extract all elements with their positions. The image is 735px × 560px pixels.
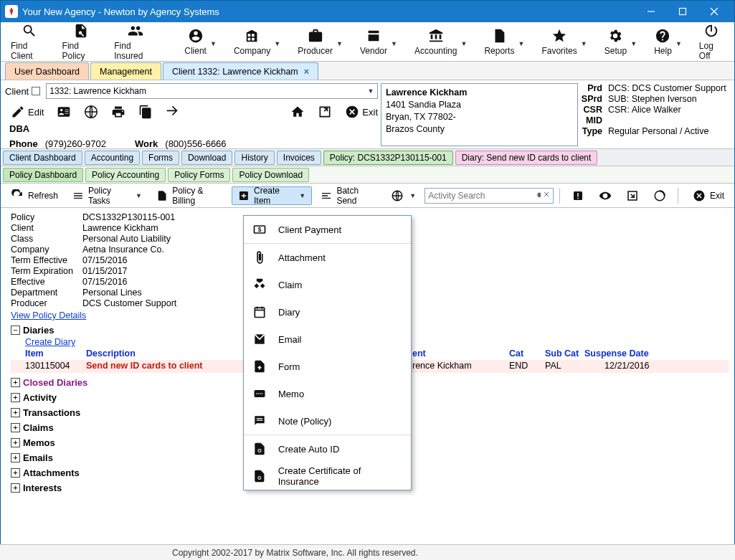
search-icon	[22, 22, 37, 39]
window-title: Your New Agency - Newton by Agency Syste…	[22, 6, 219, 17]
svg-point-24	[260, 393, 261, 394]
polsubtab-accounting[interactable]: Policy Accounting	[85, 168, 166, 182]
refresh-button[interactable]: Refresh	[5, 186, 64, 205]
tab-management[interactable]: Management	[90, 62, 161, 80]
report-icon	[491, 27, 507, 44]
open-new-button[interactable]	[318, 105, 332, 119]
maximize-button[interactable]	[667, 1, 698, 22]
policy-field-grid: PolicyDCS1332P130115-001 ClientLawrence …	[11, 212, 255, 308]
menu-claim[interactable]: Claim	[244, 271, 411, 298]
forward-button[interactable]	[166, 105, 180, 119]
find-insured-button[interactable]: Find Insured	[107, 22, 164, 61]
vendor-menu-button[interactable]: Vendor▼	[353, 22, 394, 61]
collapse-icon[interactable]: −	[11, 326, 20, 335]
view-policy-link[interactable]: View Policy Details	[11, 310, 86, 321]
bank-icon	[428, 27, 444, 44]
menu-memo[interactable]: Memo	[244, 380, 411, 407]
accounting-menu-button[interactable]: Accounting▼	[407, 22, 464, 61]
favorites-menu-button[interactable]: Favorites▼	[534, 22, 584, 61]
footer: Copyright 2002-2017 by Matrix Software, …	[0, 544, 735, 560]
subtab-client-dashboard[interactable]: Client Dashboard	[3, 151, 82, 165]
create-item-button[interactable]: Create Item▼	[232, 186, 312, 205]
clear-icon[interactable]	[542, 190, 551, 199]
menu-diary[interactable]: Diary	[244, 298, 411, 326]
client-subtabs: Client Dashboard Accounting Forms Downlo…	[1, 149, 734, 166]
right-info-grid: PrdDCS: DCS Customer Support SPrdSUB: St…	[578, 83, 731, 136]
minimize-button[interactable]	[635, 1, 667, 22]
svg-point-4	[79, 31, 82, 34]
subtab-invoices[interactable]: Invoices	[277, 151, 321, 165]
account-icon	[188, 27, 204, 44]
logoff-button[interactable]: Log Off	[692, 22, 731, 61]
main-toolbar: Find Client Find Policy Find Insured Cli…	[1, 22, 734, 62]
subtab-diary[interactable]: Diary: Send new ID cards to client	[455, 151, 598, 165]
vcard-button[interactable]	[57, 105, 71, 119]
expand-icon[interactable]: +	[11, 378, 20, 387]
find-policy-button[interactable]: Find Policy	[55, 22, 108, 61]
menu-note[interactable]: Note (Policy)	[244, 407, 411, 435]
building-icon	[245, 27, 260, 44]
title-bar: Your New Agency - Newton by Agency Syste…	[1, 1, 734, 22]
tab-user-dashboard[interactable]: User Dashboard	[5, 62, 89, 80]
menu-attachment[interactable]: Attachment	[244, 244, 411, 271]
svg-point-12	[604, 194, 607, 196]
client-info-box: Lawrence Kickham 1401 Sandia Plaza Bryan…	[381, 83, 578, 146]
visibility-icon-button[interactable]	[593, 186, 617, 205]
gear-icon	[607, 27, 623, 44]
client-header: Client 1332: Lawrence Kickham ▼ Edit Exi…	[1, 80, 734, 149]
work-value: (800)556-6666	[165, 138, 226, 149]
client-checkbox[interactable]	[32, 87, 40, 95]
menu-certificate[interactable]: Create Certificate of Insurance	[244, 462, 411, 490]
find-client-button[interactable]: Find Client	[4, 22, 55, 61]
svg-text:$: $	[258, 226, 262, 233]
subtab-download[interactable]: Download	[181, 151, 232, 165]
open-external-icon-button[interactable]	[620, 186, 645, 205]
subtab-forms[interactable]: Forms	[142, 151, 179, 165]
spinner-icon-button[interactable]	[648, 186, 672, 205]
menu-auto-id[interactable]: Create Auto ID	[244, 435, 411, 462]
close-button[interactable]	[698, 1, 730, 22]
subtab-history[interactable]: History	[234, 151, 274, 165]
tab-client[interactable]: Client 1332: Lawrence Kickham×	[163, 62, 318, 80]
search-icon[interactable]	[532, 190, 541, 199]
client-combobox[interactable]: 1332: Lawrence Kickham ▼	[46, 83, 378, 99]
menu-email[interactable]: Email	[244, 326, 411, 353]
home-button[interactable]	[290, 105, 305, 119]
company-menu-button[interactable]: Company▼	[227, 22, 278, 61]
star-icon	[551, 27, 567, 44]
subtab-policy[interactable]: Policy: DCS1332P130115-001	[323, 151, 453, 165]
globe-action-button[interactable]: ▼	[385, 186, 422, 205]
polsubtab-forms[interactable]: Policy Forms	[168, 168, 230, 182]
exit-action-button[interactable]: Exit	[687, 186, 730, 205]
polsubtab-download[interactable]: Policy Download	[232, 168, 309, 182]
batch-send-button[interactable]: Batch Send	[315, 186, 382, 205]
activity-search-wrap	[425, 188, 554, 204]
edit-button[interactable]: Edit	[11, 105, 44, 119]
svg-rect-11	[577, 198, 579, 199]
globe-button[interactable]	[84, 105, 98, 119]
svg-rect-10	[577, 193, 579, 196]
client-label: Client	[5, 86, 29, 97]
subtab-accounting[interactable]: Accounting	[85, 151, 140, 165]
reports-menu-button[interactable]: Reports▼	[477, 22, 521, 61]
people-icon	[128, 22, 143, 39]
menu-form[interactable]: Form	[244, 353, 411, 380]
alert-icon-button[interactable]	[566, 186, 590, 205]
producer-menu-button[interactable]: Producer▼	[290, 22, 340, 61]
help-menu-button[interactable]: Help▼	[647, 22, 679, 61]
clipboard-button[interactable]	[138, 105, 153, 119]
client-menu-button[interactable]: Client▼	[177, 22, 214, 61]
menu-client-payment[interactable]: $Client Payment	[244, 216, 411, 243]
create-diary-link[interactable]: Create Diary	[25, 337, 75, 347]
find-policy-icon	[73, 22, 89, 39]
briefcase-icon	[308, 27, 323, 44]
print-button[interactable]	[111, 105, 125, 119]
action-toolbar: Refresh Policy Tasks▼ Policy & Billing C…	[1, 184, 734, 208]
exit-button[interactable]: Exit	[345, 105, 378, 119]
chevron-down-icon[interactable]: ▼	[366, 85, 376, 97]
policy-tasks-button[interactable]: Policy Tasks▼	[67, 186, 148, 205]
tab-close-icon[interactable]: ×	[304, 67, 309, 77]
polsubtab-dashboard[interactable]: Policy Dashboard	[3, 168, 83, 182]
setup-menu-button[interactable]: Setup▼	[597, 22, 634, 61]
policy-billing-button[interactable]: Policy & Billing	[151, 186, 229, 205]
